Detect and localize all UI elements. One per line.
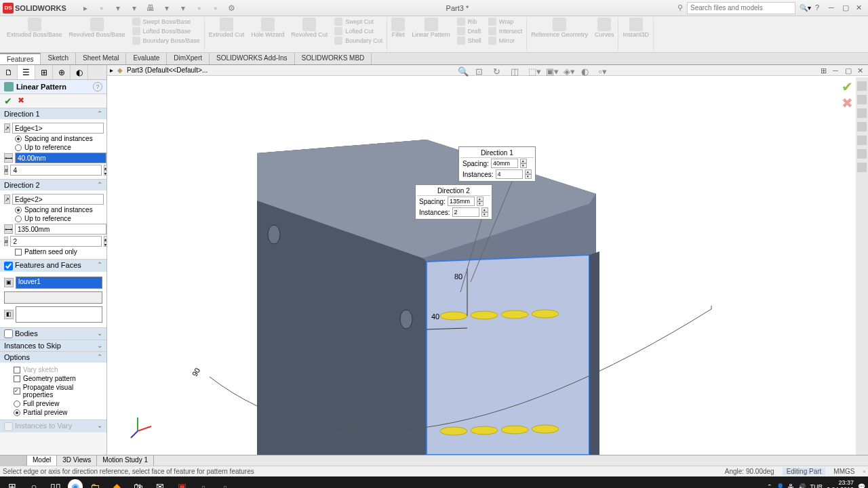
rib-button[interactable]: Rib xyxy=(457,18,481,26)
search-task-icon[interactable]: ○ xyxy=(24,478,43,488)
swept-cut-button[interactable]: Swept Cut xyxy=(334,18,382,26)
close-icon[interactable]: ✕ xyxy=(856,3,865,13)
rebuild-icon[interactable]: ▫ xyxy=(210,3,221,14)
zoom-icon[interactable]: 🔍 xyxy=(458,66,470,79)
app-icon-3[interactable]: ▫ xyxy=(216,478,235,488)
extruded-cut-button[interactable]: Extruded Cut xyxy=(209,18,245,45)
d1-reference-radio[interactable] xyxy=(15,144,22,151)
undo-icon[interactable]: ▾ xyxy=(161,3,172,14)
design-library-icon[interactable] xyxy=(857,95,867,104)
extruded-boss-button[interactable]: Extruded Boss/Base xyxy=(7,18,62,45)
app-icon-2[interactable]: ▫ xyxy=(194,478,213,488)
seed-only-checkbox[interactable] xyxy=(15,249,22,256)
d2-spacing-radio[interactable] xyxy=(15,207,22,214)
d1-spacing-input[interactable] xyxy=(15,152,106,163)
reverse-direction2-icon[interactable]: ↗ xyxy=(4,195,10,204)
custom-props-icon[interactable] xyxy=(857,149,867,159)
file-explorer-icon[interactable] xyxy=(857,108,867,118)
zoom-fit-icon[interactable]: ⊡ xyxy=(475,66,488,79)
tray-lang[interactable]: TUR xyxy=(810,483,823,488)
tab-mbd[interactable]: SOLIDWORKS MBD xyxy=(295,53,372,64)
direction1-edge-input[interactable] xyxy=(12,123,104,134)
appearances-icon[interactable] xyxy=(857,136,867,145)
panel-tab-feature-tree[interactable]: 🗋 xyxy=(0,65,18,79)
direction2-edge-input[interactable] xyxy=(12,194,104,205)
options-header[interactable]: Options⌃ xyxy=(0,352,106,363)
d1-spacing-radio[interactable] xyxy=(15,136,22,142)
reverse-direction-icon[interactable]: ↗ xyxy=(4,123,10,133)
ok-button[interactable]: ✔ xyxy=(4,96,12,106)
explorer-icon[interactable]: 🗀 xyxy=(85,478,104,488)
vp-settings-icon[interactable]: ⊞ xyxy=(821,66,830,76)
graphics-viewport[interactable]: ▸ ◆ Part3 (Default<<Default>... 🔍 ⊡ ↻ ◫ … xyxy=(107,65,868,455)
tab-controls[interactable] xyxy=(0,455,27,466)
resources-icon[interactable] xyxy=(857,81,867,91)
solidworks-task-icon[interactable]: ▣ xyxy=(172,478,191,488)
panel-tab-property-manager[interactable]: ☰ xyxy=(18,65,35,79)
app-icon-1[interactable]: ◆ xyxy=(107,478,126,488)
new-icon[interactable]: ▸ xyxy=(80,3,91,14)
help-icon[interactable]: ? xyxy=(815,3,825,13)
search-input[interactable] xyxy=(687,2,795,14)
tab-model[interactable]: Model xyxy=(27,455,57,466)
direction2-header[interactable]: Direction 2⌃ xyxy=(0,180,106,190)
partial-preview-radio[interactable] xyxy=(14,409,20,416)
select-icon[interactable]: ▫ xyxy=(194,3,205,14)
search-dropdown-icon[interactable]: 🔍▾ xyxy=(800,4,811,12)
mail-icon[interactable]: ✉ xyxy=(151,478,170,488)
revolved-cut-button[interactable]: Revolved Cut xyxy=(291,18,328,45)
confirm-ok-icon[interactable]: ✔ xyxy=(842,79,853,95)
tab-evaluate[interactable]: Evaluate xyxy=(126,53,167,64)
tab-sketch[interactable]: Sketch xyxy=(41,53,76,64)
features-selection[interactable]: louver1 xyxy=(16,277,102,289)
redo-icon[interactable]: ▾ xyxy=(178,3,189,14)
bodies-header[interactable]: Bodies⌄ xyxy=(0,328,106,340)
callout-d2-inst-spin[interactable]: ▴▾ xyxy=(481,207,488,217)
status-extra-icon[interactable]: ▫ xyxy=(863,468,865,475)
callout-d1-inst-spin[interactable]: ▴▾ xyxy=(525,169,532,179)
confirm-cancel-icon[interactable]: ✖ xyxy=(842,95,853,111)
tree-expand-icon[interactable]: ▸ xyxy=(110,66,113,74)
file-icon[interactable]: ▫ xyxy=(96,3,107,14)
fillet-button[interactable]: Fillet xyxy=(391,18,405,45)
model-3d-view[interactable] xyxy=(107,79,868,455)
d2-reference-radio[interactable] xyxy=(15,216,22,222)
boundary-boss-button[interactable]: Boundary Boss/Base xyxy=(132,37,200,45)
features-header[interactable]: Features and Faces⌃ xyxy=(0,260,106,272)
tray-network-icon[interactable]: 🖧 xyxy=(788,483,794,488)
shell-button[interactable]: Shell xyxy=(457,37,481,45)
callout-d2-spacing[interactable] xyxy=(448,197,475,206)
callout-d2-spacing-spin[interactable]: ▴▾ xyxy=(477,197,484,206)
info-icon[interactable]: ? xyxy=(93,82,102,92)
save-icon[interactable]: ▾ xyxy=(129,3,140,14)
hole-wizard-button[interactable]: Hole Wizard xyxy=(251,18,284,45)
vp-close-icon[interactable]: ✕ xyxy=(857,66,867,76)
d2-spacing-input[interactable] xyxy=(15,224,106,235)
view-orientation-icon[interactable]: ⬚▾ xyxy=(528,66,540,79)
rotate-icon[interactable]: ↻ xyxy=(493,66,505,79)
curves-button[interactable]: Curves xyxy=(595,18,614,39)
tab-sheet-metal[interactable]: Sheet Metal xyxy=(76,53,126,64)
faces-selection[interactable] xyxy=(16,306,102,323)
view-palette-icon[interactable] xyxy=(857,122,867,131)
options-icon[interactable]: ⚙ xyxy=(226,3,237,14)
panel-tab-display[interactable]: ◐ xyxy=(71,65,88,79)
section-icon[interactable]: ◫ xyxy=(511,66,523,79)
task-view-icon[interactable]: ▯▯ xyxy=(46,478,65,488)
maximize-icon[interactable]: ▢ xyxy=(842,3,852,13)
hide-show-icon[interactable]: ◈▾ xyxy=(564,66,576,79)
panel-tab-dimxpert[interactable]: ⊕ xyxy=(53,65,71,79)
tray-people-icon[interactable]: 👤 xyxy=(776,483,784,488)
store-icon[interactable]: 🛍 xyxy=(129,478,148,488)
callout-d1-spacing-spin[interactable]: ▴▾ xyxy=(520,159,527,168)
lofted-cut-button[interactable]: Lofted Cut xyxy=(334,27,382,35)
minimize-icon[interactable]: ─ xyxy=(829,3,838,13)
geometry-pattern-checkbox[interactable] xyxy=(14,375,20,382)
edit-appearance-icon[interactable]: ◐ xyxy=(581,66,593,79)
apply-scene-icon[interactable]: ▫▾ xyxy=(599,66,611,79)
taskbar-clock[interactable]: 23:37 2.04.2019 xyxy=(827,480,854,488)
swept-boss-button[interactable]: Swept Boss/Base xyxy=(132,18,200,26)
full-preview-radio[interactable] xyxy=(14,401,20,407)
tray-volume-icon[interactable]: 🔊 xyxy=(798,483,806,488)
direction1-header[interactable]: Direction 1⌃ xyxy=(0,108,106,119)
